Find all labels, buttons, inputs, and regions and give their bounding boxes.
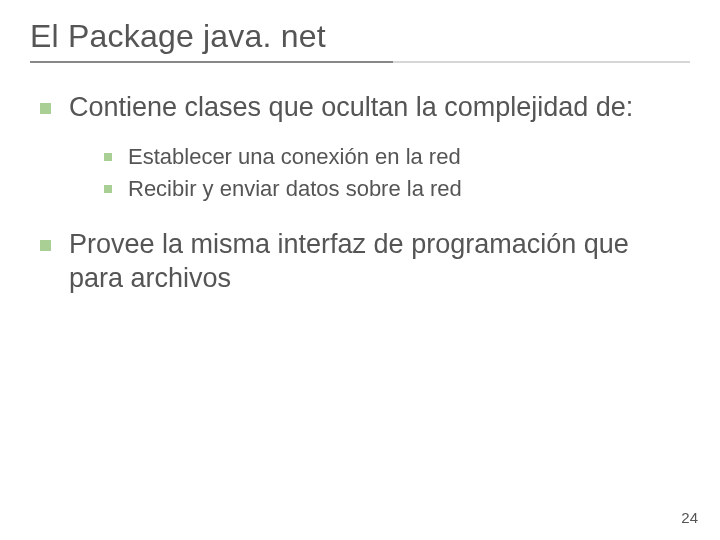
- square-bullet-icon: [104, 153, 112, 161]
- bullet-item-1: Contiene clases que ocultan la complejid…: [40, 91, 690, 125]
- square-bullet-icon: [40, 240, 51, 251]
- bullet-text: Provee la misma interfaz de programación…: [69, 228, 690, 296]
- square-bullet-icon: [104, 185, 112, 193]
- sub-bullet-text: Establecer una conexión en la red: [128, 143, 461, 172]
- page-number: 24: [681, 509, 698, 526]
- sub-bullet-group-1: Establecer una conexión en la red Recibi…: [104, 143, 690, 204]
- bullet-text: Contiene clases que ocultan la complejid…: [69, 91, 633, 125]
- slide-title: El Package java. net: [30, 18, 690, 55]
- sub-bullet-item: Recibir y enviar datos sobre la red: [104, 175, 690, 204]
- square-bullet-icon: [40, 103, 51, 114]
- sub-bullet-text: Recibir y enviar datos sobre la red: [128, 175, 462, 204]
- slide: El Package java. net Contiene clases que…: [0, 0, 720, 295]
- bullet-item-2: Provee la misma interfaz de programación…: [40, 228, 690, 296]
- sub-bullet-item: Establecer una conexión en la red: [104, 143, 690, 172]
- title-underline: [30, 61, 690, 63]
